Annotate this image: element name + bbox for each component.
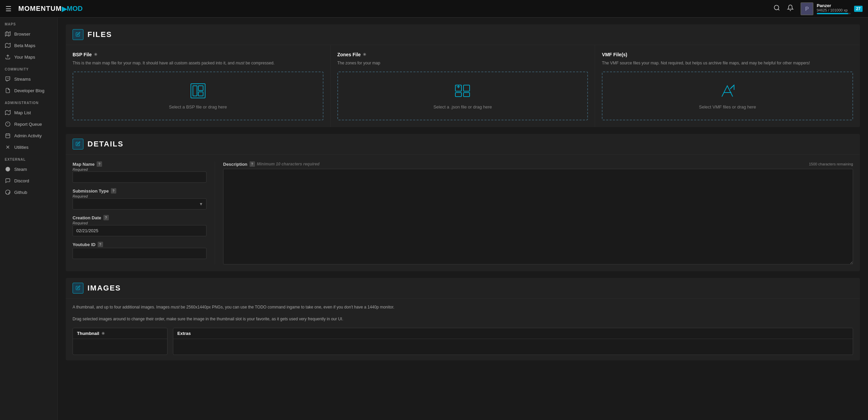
submission-type-field: Submission Type ? Required Original Port…: [73, 188, 206, 209]
files-grid: BSP File ✳ This is the main map file for…: [66, 45, 860, 127]
sidebar-item-browser[interactable]: Browser: [0, 28, 57, 40]
sidebar-external-label: EXTERNAL: [0, 153, 57, 163]
images-desc-line2: Drag selected images around to change th…: [73, 316, 853, 322]
activity-icon: [5, 133, 11, 139]
sidebar-steam-label: Steam: [14, 167, 27, 172]
creation-date-info-icon[interactable]: ?: [103, 215, 109, 220]
sidebar-utilities-label: Utilities: [14, 145, 28, 150]
zones-dropzone-icon: [454, 82, 471, 100]
images-body: A thumbnail, and up to four additional i…: [66, 299, 860, 360]
zones-desc: The zones for your map: [337, 60, 588, 66]
svg-rect-27: [455, 93, 461, 97]
logo-momentum: MOMENTUM: [18, 5, 62, 13]
details-edit-button[interactable]: [73, 139, 83, 149]
files-edit-button[interactable]: [73, 29, 83, 40]
svg-line-1: [778, 9, 780, 11]
sidebar-item-utilities[interactable]: Utilities: [0, 141, 57, 153]
beta-map-icon: [5, 42, 11, 48]
sidebar-admin-label: ADMINISTRATION: [0, 96, 57, 107]
svg-rect-26: [463, 85, 470, 91]
creation-date-field: Creation Date ? Required 02/21/2025: [73, 215, 206, 236]
hamburger-menu[interactable]: ☰: [5, 5, 12, 13]
steam-icon: [5, 166, 11, 172]
user-xp-bar: [817, 13, 851, 14]
sidebar-beta-maps-label: Beta Maps: [14, 43, 35, 48]
topnav-icons: P Panzer 94625 / 101000 xp 27: [773, 2, 863, 15]
submission-type-select[interactable]: Original Port: [73, 198, 206, 209]
description-header: Description ? Minimum 10 characters requ…: [223, 161, 853, 167]
discord-icon: [5, 178, 11, 184]
images-section-header: IMAGES: [66, 278, 860, 299]
sidebar-github-label: Github: [14, 190, 27, 195]
extras-slot[interactable]: Extras: [173, 328, 853, 355]
description-info-icon[interactable]: ?: [250, 161, 255, 167]
bsp-dropzone-text: Select a BSP file or drag here: [169, 104, 227, 109]
sidebar-item-discord[interactable]: Discord: [0, 175, 57, 186]
sidebar-item-map-list[interactable]: Map List: [0, 107, 57, 118]
blog-icon: [5, 87, 11, 94]
svg-rect-24: [198, 92, 203, 96]
submission-type-info-icon[interactable]: ?: [111, 188, 116, 194]
sidebar-item-streams[interactable]: Streams: [0, 73, 57, 85]
bsp-desc: This is the main map file for your map. …: [73, 60, 323, 66]
creation-date-label: Creation Date ?: [73, 215, 206, 220]
thumbnail-slot[interactable]: Thumbnail ✳: [73, 328, 167, 355]
upload-icon: [5, 54, 11, 60]
vmf-label: VMF File(s): [602, 52, 853, 57]
sidebar-admin-activity-label: Admin Activity: [14, 133, 42, 138]
sidebar-item-github[interactable]: Github: [0, 186, 57, 198]
description-char-count: 1500 characters remaining: [809, 162, 853, 166]
details-left: Map Name ? Required Submission Type ? Re…: [73, 161, 215, 264]
youtube-id-label: Youtube ID ?: [73, 242, 206, 247]
sidebar-map-list-label: Map List: [14, 110, 31, 115]
main-content: FILES BSP File ✳ This is the main map fi…: [58, 18, 868, 420]
logo-mod: MOD: [67, 5, 83, 13]
svg-point-19: [5, 167, 10, 171]
svg-line-31: [730, 85, 734, 89]
sidebar-item-developer-blog[interactable]: Developer Blog: [0, 85, 57, 96]
github-icon: [5, 189, 11, 195]
details-section-header: DETAILS: [66, 134, 860, 155]
zones-dropzone-text: Select a .json file or drag here: [433, 104, 492, 109]
vmf-desc: The VMF source files your map. Not requi…: [602, 60, 853, 66]
description-textarea[interactable]: [223, 169, 853, 264]
report-icon: [5, 121, 11, 127]
bell-icon[interactable]: [787, 4, 794, 13]
map-name-info-icon[interactable]: ?: [97, 161, 102, 167]
vmf-dropzone-text: Select VMF files or drag here: [699, 104, 756, 109]
files-section-header: FILES: [66, 24, 860, 45]
bsp-dropzone[interactable]: Select a BSP file or drag here: [73, 72, 323, 120]
images-grid: Thumbnail ✳ Extras: [73, 328, 853, 355]
sidebar-community-label: COMMUNITY: [0, 63, 57, 73]
images-edit-button[interactable]: [73, 283, 83, 294]
map-name-input[interactable]: [73, 172, 206, 183]
svg-rect-13: [6, 134, 10, 138]
svg-rect-23: [198, 86, 203, 91]
user-xp-fill: [817, 13, 849, 14]
map-name-field: Map Name ? Required: [73, 161, 206, 183]
creation-date-input[interactable]: 02/21/2025: [73, 225, 206, 236]
details-right: Description ? Minimum 10 characters requ…: [215, 161, 853, 264]
sidebar-item-steam[interactable]: Steam: [0, 163, 57, 175]
details-title: DETAILS: [87, 140, 123, 148]
avatar: P: [801, 2, 813, 15]
sidebar-item-beta-maps[interactable]: Beta Maps: [0, 40, 57, 51]
details-body: Map Name ? Required Submission Type ? Re…: [66, 155, 860, 271]
extras-label: Extras: [173, 328, 853, 339]
sidebar-item-report-queue[interactable]: Report Queue: [0, 118, 57, 130]
sidebar-item-your-maps[interactable]: Your Maps: [0, 51, 57, 63]
youtube-id-info-icon[interactable]: ?: [98, 242, 103, 247]
description-label: Description ? Minimum 10 characters requ…: [223, 161, 319, 167]
bsp-label: BSP File ✳: [73, 52, 323, 57]
main-layout: MAPS Browser Beta Maps Your: [0, 18, 868, 420]
submission-type-required: Required: [73, 194, 206, 198]
search-icon[interactable]: [773, 4, 780, 13]
vmf-dropzone[interactable]: Select VMF files or drag here: [602, 72, 853, 120]
user-area[interactable]: P Panzer 94625 / 101000 xp 27: [801, 2, 863, 15]
youtube-id-input[interactable]: [73, 248, 206, 259]
zones-dropzone[interactable]: Select a .json file or drag here: [337, 72, 588, 120]
svg-marker-9: [5, 110, 11, 115]
sidebar-item-admin-activity[interactable]: Admin Activity: [0, 130, 57, 141]
sidebar-dev-blog-label: Developer Blog: [14, 88, 44, 93]
sidebar: MAPS Browser Beta Maps Your: [0, 18, 58, 420]
